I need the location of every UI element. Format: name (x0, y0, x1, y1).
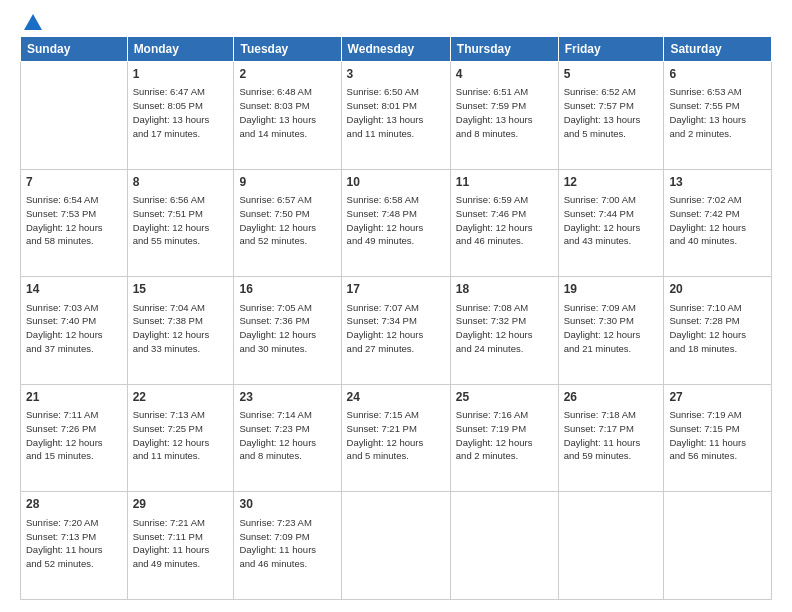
day-info: Sunrise: 7:10 AM Sunset: 7:28 PM Dayligh… (669, 301, 766, 356)
day-info: Sunrise: 7:15 AM Sunset: 7:21 PM Dayligh… (347, 408, 445, 463)
day-info: Sunrise: 7:13 AM Sunset: 7:25 PM Dayligh… (133, 408, 229, 463)
day-info: Sunrise: 7:20 AM Sunset: 7:13 PM Dayligh… (26, 516, 122, 571)
calendar-week-row: 7Sunrise: 6:54 AM Sunset: 7:53 PM Daylig… (21, 169, 772, 277)
calendar: SundayMondayTuesdayWednesdayThursdayFrid… (20, 36, 772, 600)
calendar-header-saturday: Saturday (664, 37, 772, 62)
calendar-cell: 9Sunrise: 6:57 AM Sunset: 7:50 PM Daylig… (234, 169, 341, 277)
day-number: 11 (456, 174, 553, 191)
day-number: 14 (26, 281, 122, 298)
day-number: 23 (239, 389, 335, 406)
day-number: 6 (669, 66, 766, 83)
calendar-cell (21, 62, 128, 170)
calendar-week-row: 1Sunrise: 6:47 AM Sunset: 8:05 PM Daylig… (21, 62, 772, 170)
day-info: Sunrise: 7:09 AM Sunset: 7:30 PM Dayligh… (564, 301, 659, 356)
calendar-cell: 6Sunrise: 6:53 AM Sunset: 7:55 PM Daylig… (664, 62, 772, 170)
day-info: Sunrise: 6:56 AM Sunset: 7:51 PM Dayligh… (133, 193, 229, 248)
calendar-cell (450, 492, 558, 600)
day-number: 30 (239, 496, 335, 513)
day-number: 9 (239, 174, 335, 191)
day-number: 27 (669, 389, 766, 406)
calendar-week-row: 14Sunrise: 7:03 AM Sunset: 7:40 PM Dayli… (21, 277, 772, 385)
day-info: Sunrise: 7:14 AM Sunset: 7:23 PM Dayligh… (239, 408, 335, 463)
day-number: 7 (26, 174, 122, 191)
calendar-cell: 11Sunrise: 6:59 AM Sunset: 7:46 PM Dayli… (450, 169, 558, 277)
calendar-cell: 8Sunrise: 6:56 AM Sunset: 7:51 PM Daylig… (127, 169, 234, 277)
calendar-cell: 27Sunrise: 7:19 AM Sunset: 7:15 PM Dayli… (664, 384, 772, 492)
logo-triangle-icon (24, 14, 42, 30)
calendar-cell: 7Sunrise: 6:54 AM Sunset: 7:53 PM Daylig… (21, 169, 128, 277)
calendar-header-monday: Monday (127, 37, 234, 62)
day-info: Sunrise: 7:07 AM Sunset: 7:34 PM Dayligh… (347, 301, 445, 356)
calendar-cell: 15Sunrise: 7:04 AM Sunset: 7:38 PM Dayli… (127, 277, 234, 385)
day-info: Sunrise: 6:54 AM Sunset: 7:53 PM Dayligh… (26, 193, 122, 248)
calendar-header-wednesday: Wednesday (341, 37, 450, 62)
calendar-week-row: 21Sunrise: 7:11 AM Sunset: 7:26 PM Dayli… (21, 384, 772, 492)
calendar-header-sunday: Sunday (21, 37, 128, 62)
day-info: Sunrise: 6:59 AM Sunset: 7:46 PM Dayligh… (456, 193, 553, 248)
calendar-cell: 20Sunrise: 7:10 AM Sunset: 7:28 PM Dayli… (664, 277, 772, 385)
calendar-cell: 4Sunrise: 6:51 AM Sunset: 7:59 PM Daylig… (450, 62, 558, 170)
calendar-cell: 24Sunrise: 7:15 AM Sunset: 7:21 PM Dayli… (341, 384, 450, 492)
day-info: Sunrise: 6:50 AM Sunset: 8:01 PM Dayligh… (347, 85, 445, 140)
calendar-cell: 3Sunrise: 6:50 AM Sunset: 8:01 PM Daylig… (341, 62, 450, 170)
calendar-cell: 22Sunrise: 7:13 AM Sunset: 7:25 PM Dayli… (127, 384, 234, 492)
day-number: 25 (456, 389, 553, 406)
day-number: 2 (239, 66, 335, 83)
calendar-cell: 25Sunrise: 7:16 AM Sunset: 7:19 PM Dayli… (450, 384, 558, 492)
calendar-cell (664, 492, 772, 600)
day-number: 10 (347, 174, 445, 191)
calendar-cell: 10Sunrise: 6:58 AM Sunset: 7:48 PM Dayli… (341, 169, 450, 277)
calendar-header-thursday: Thursday (450, 37, 558, 62)
day-info: Sunrise: 7:18 AM Sunset: 7:17 PM Dayligh… (564, 408, 659, 463)
day-number: 28 (26, 496, 122, 513)
calendar-cell: 16Sunrise: 7:05 AM Sunset: 7:36 PM Dayli… (234, 277, 341, 385)
day-number: 13 (669, 174, 766, 191)
day-number: 4 (456, 66, 553, 83)
day-info: Sunrise: 7:21 AM Sunset: 7:11 PM Dayligh… (133, 516, 229, 571)
day-info: Sunrise: 7:08 AM Sunset: 7:32 PM Dayligh… (456, 301, 553, 356)
day-info: Sunrise: 7:11 AM Sunset: 7:26 PM Dayligh… (26, 408, 122, 463)
page: SundayMondayTuesdayWednesdayThursdayFrid… (0, 0, 792, 612)
calendar-week-row: 28Sunrise: 7:20 AM Sunset: 7:13 PM Dayli… (21, 492, 772, 600)
day-number: 26 (564, 389, 659, 406)
day-info: Sunrise: 7:03 AM Sunset: 7:40 PM Dayligh… (26, 301, 122, 356)
day-number: 18 (456, 281, 553, 298)
calendar-cell: 14Sunrise: 7:03 AM Sunset: 7:40 PM Dayli… (21, 277, 128, 385)
calendar-cell: 5Sunrise: 6:52 AM Sunset: 7:57 PM Daylig… (558, 62, 664, 170)
calendar-cell (558, 492, 664, 600)
day-number: 8 (133, 174, 229, 191)
day-info: Sunrise: 6:47 AM Sunset: 8:05 PM Dayligh… (133, 85, 229, 140)
day-number: 1 (133, 66, 229, 83)
day-info: Sunrise: 6:48 AM Sunset: 8:03 PM Dayligh… (239, 85, 335, 140)
day-number: 15 (133, 281, 229, 298)
calendar-cell: 21Sunrise: 7:11 AM Sunset: 7:26 PM Dayli… (21, 384, 128, 492)
day-number: 16 (239, 281, 335, 298)
day-info: Sunrise: 6:58 AM Sunset: 7:48 PM Dayligh… (347, 193, 445, 248)
calendar-cell: 18Sunrise: 7:08 AM Sunset: 7:32 PM Dayli… (450, 277, 558, 385)
day-info: Sunrise: 7:04 AM Sunset: 7:38 PM Dayligh… (133, 301, 229, 356)
day-info: Sunrise: 6:51 AM Sunset: 7:59 PM Dayligh… (456, 85, 553, 140)
calendar-cell (341, 492, 450, 600)
calendar-cell: 29Sunrise: 7:21 AM Sunset: 7:11 PM Dayli… (127, 492, 234, 600)
day-number: 22 (133, 389, 229, 406)
day-number: 17 (347, 281, 445, 298)
day-info: Sunrise: 7:00 AM Sunset: 7:44 PM Dayligh… (564, 193, 659, 248)
calendar-cell: 23Sunrise: 7:14 AM Sunset: 7:23 PM Dayli… (234, 384, 341, 492)
calendar-cell: 28Sunrise: 7:20 AM Sunset: 7:13 PM Dayli… (21, 492, 128, 600)
header (20, 16, 772, 28)
calendar-header-row: SundayMondayTuesdayWednesdayThursdayFrid… (21, 37, 772, 62)
day-info: Sunrise: 7:16 AM Sunset: 7:19 PM Dayligh… (456, 408, 553, 463)
day-info: Sunrise: 7:02 AM Sunset: 7:42 PM Dayligh… (669, 193, 766, 248)
day-info: Sunrise: 6:52 AM Sunset: 7:57 PM Dayligh… (564, 85, 659, 140)
calendar-cell: 19Sunrise: 7:09 AM Sunset: 7:30 PM Dayli… (558, 277, 664, 385)
calendar-cell: 12Sunrise: 7:00 AM Sunset: 7:44 PM Dayli… (558, 169, 664, 277)
logo (20, 16, 42, 30)
calendar-cell: 13Sunrise: 7:02 AM Sunset: 7:42 PM Dayli… (664, 169, 772, 277)
day-number: 19 (564, 281, 659, 298)
day-number: 5 (564, 66, 659, 83)
calendar-header-tuesday: Tuesday (234, 37, 341, 62)
day-number: 3 (347, 66, 445, 83)
day-info: Sunrise: 6:53 AM Sunset: 7:55 PM Dayligh… (669, 85, 766, 140)
day-number: 21 (26, 389, 122, 406)
calendar-cell: 17Sunrise: 7:07 AM Sunset: 7:34 PM Dayli… (341, 277, 450, 385)
